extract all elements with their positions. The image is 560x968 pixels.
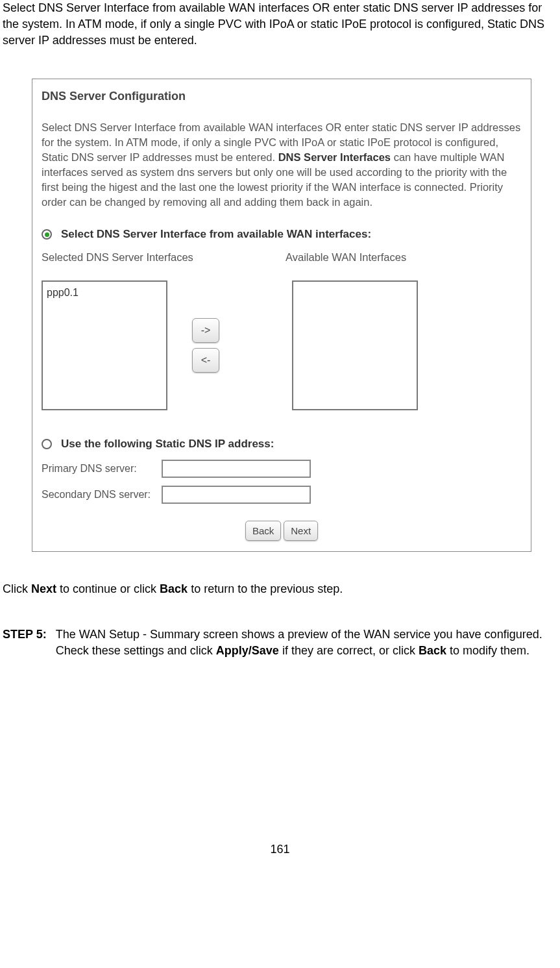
selected-interfaces-listbox[interactable]: ppp0.1: [42, 280, 167, 410]
radio-select-interface-label: Select DNS Server Interface from availab…: [61, 227, 371, 242]
panel-nav-buttons: Back Next: [42, 521, 522, 541]
text: if they are correct, or click: [279, 644, 419, 657]
text: to modify them.: [446, 644, 530, 657]
primary-dns-input[interactable]: [162, 460, 311, 478]
panel-title: DNS Server Configuration: [42, 88, 522, 105]
secondary-dns-label: Secondary DNS server:: [42, 488, 162, 502]
move-right-button[interactable]: ->: [192, 318, 219, 343]
next-bold: Next: [31, 582, 56, 595]
available-interfaces-listbox[interactable]: [292, 280, 418, 410]
selected-dns-label: Selected DNS Server Interfaces: [42, 250, 282, 265]
page-number: 161: [3, 841, 557, 858]
radio-select-interface[interactable]: [42, 229, 52, 240]
secondary-dns-row: Secondary DNS server:: [42, 486, 522, 504]
back-button[interactable]: Back: [245, 521, 281, 541]
text: Click: [3, 582, 31, 595]
text: to return to the previous step.: [188, 582, 343, 595]
text: to continue or click: [56, 582, 160, 595]
intro-paragraph: Select DNS Server Interface from availab…: [3, 0, 557, 49]
dns-config-panel: DNS Server Configuration Select DNS Serv…: [32, 79, 531, 552]
radio-dot-icon: [45, 232, 49, 237]
step5-row: STEP 5: The WAN Setup - Summary screen s…: [3, 627, 557, 659]
primary-dns-row: Primary DNS server:: [42, 460, 522, 478]
radio-static-dns-label: Use the following Static DNS IP address:: [61, 436, 274, 452]
back-bold: Back: [160, 582, 188, 595]
secondary-dns-input[interactable]: [162, 486, 311, 504]
shuttle-container: ppp0.1 -> <-: [42, 280, 522, 410]
available-wan-label: Available WAN Interfaces: [282, 250, 522, 265]
back-bold: Back: [419, 644, 446, 657]
radio-static-dns-row[interactable]: Use the following Static DNS IP address:: [42, 436, 522, 452]
panel-description: Select DNS Server Interface from availab…: [42, 120, 522, 210]
next-button[interactable]: Next: [284, 521, 318, 541]
radio-select-interface-row[interactable]: Select DNS Server Interface from availab…: [42, 227, 522, 242]
radio-static-dns[interactable]: [42, 439, 52, 449]
list-item[interactable]: ppp0.1: [47, 284, 162, 301]
click-next-paragraph: Click Next to continue or click Back to …: [3, 581, 557, 597]
apply-save-bold: Apply/Save: [216, 644, 279, 657]
primary-dns-label: Primary DNS server:: [42, 462, 162, 476]
listbox-labels-row: Selected DNS Server Interfaces Available…: [42, 250, 522, 265]
move-left-button[interactable]: <-: [192, 348, 219, 373]
step5-text: The WAN Setup - Summary screen shows a p…: [56, 627, 557, 659]
step5-label: STEP 5:: [3, 627, 47, 643]
panel-desc-bold: DNS Server Interfaces: [278, 151, 391, 163]
